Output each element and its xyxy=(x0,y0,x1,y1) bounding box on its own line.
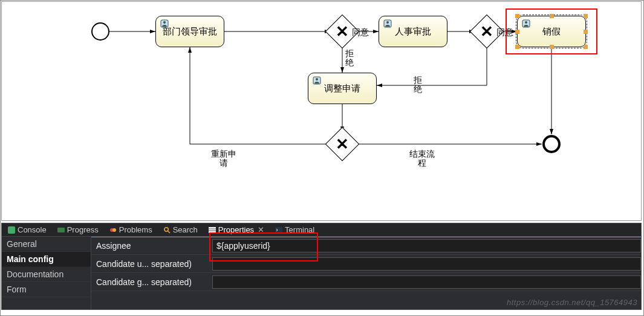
candidate-groups-label: Candidate g... separated) xyxy=(91,277,212,287)
user-task-icon xyxy=(383,19,392,28)
flow-label-resubmit: 重新申 请 xyxy=(211,150,236,168)
tab-terminal[interactable]: Terminal xyxy=(272,225,318,235)
svg-point-11 xyxy=(112,228,116,232)
flow-label-reject: 拒 绝 xyxy=(414,76,422,94)
svg-point-12 xyxy=(164,227,168,231)
svg-point-7 xyxy=(316,78,318,81)
resize-handle[interactable] xyxy=(550,14,554,18)
task-hr-approval[interactable]: 人事审批 xyxy=(379,16,447,47)
flow-label-agree: 同意 xyxy=(496,28,513,37)
sidebar-item-general[interactable]: General xyxy=(2,237,91,252)
watermark-text: https://blog.csdn.net/qq_15764943 xyxy=(507,298,637,307)
gateway-after-adjust[interactable]: ✕ xyxy=(325,127,360,162)
bpmn-canvas[interactable]: 部门领导审批 ✕ 人事审批 ✕ 销假 调整申请 ✕ 同意 xyxy=(1,1,642,221)
svg-point-1 xyxy=(163,21,166,24)
tab-console[interactable]: Console xyxy=(4,225,50,235)
sidebar-item-form[interactable]: Form xyxy=(2,282,91,297)
svg-rect-17 xyxy=(275,227,282,233)
assignee-input[interactable] xyxy=(212,239,641,252)
bottom-panel: Console Progress Problems Search Propert… xyxy=(1,223,642,310)
properties-icon xyxy=(209,226,216,234)
user-task-icon xyxy=(522,19,530,28)
svg-point-3 xyxy=(386,21,389,24)
task-label: 人事审批 xyxy=(395,26,431,38)
task-cancel-leave[interactable]: 销假 xyxy=(517,16,586,47)
resize-handle[interactable] xyxy=(515,30,519,34)
terminal-icon xyxy=(275,226,282,234)
flow-label-agree: 同意 xyxy=(352,28,369,37)
resize-handle[interactable] xyxy=(584,30,588,34)
progress-icon xyxy=(57,226,65,234)
task-dept-leader-approval[interactable]: 部门领导审批 xyxy=(155,16,224,47)
candidate-groups-input[interactable] xyxy=(212,275,641,289)
resize-handle[interactable] xyxy=(515,14,519,18)
svg-rect-8 xyxy=(8,226,15,234)
end-event[interactable] xyxy=(542,135,561,153)
sidebar-item-documentation[interactable]: Documentation xyxy=(2,267,91,282)
flow-label-end-flow: 结束流 程 xyxy=(409,150,435,168)
task-label: 销假 xyxy=(542,26,561,38)
problems-icon xyxy=(109,226,117,234)
user-task-icon xyxy=(160,19,169,28)
tab-label: Search xyxy=(173,225,198,234)
tab-problems[interactable]: Problems xyxy=(106,225,156,235)
properties-sidebar: General Main config Documentation Form xyxy=(2,237,91,309)
svg-point-5 xyxy=(525,21,527,24)
search-icon xyxy=(163,226,171,234)
task-adjust-application[interactable]: 调整申请 xyxy=(308,73,377,104)
svg-line-13 xyxy=(168,231,170,233)
tab-properties[interactable]: Properties ✕ xyxy=(205,225,268,235)
resize-handle[interactable] xyxy=(584,45,588,49)
candidate-users-label: Candidate u... separated) xyxy=(91,259,212,269)
tab-label: Problems xyxy=(119,225,152,234)
user-task-icon xyxy=(313,76,321,85)
start-event[interactable] xyxy=(91,22,109,41)
resize-handle[interactable] xyxy=(550,45,554,49)
resize-handle[interactable] xyxy=(584,14,588,18)
svg-rect-14 xyxy=(209,227,216,233)
tab-label: Terminal xyxy=(285,225,314,234)
sidebar-item-main-config[interactable]: Main config xyxy=(2,252,91,267)
console-icon xyxy=(8,226,15,234)
tab-label: Console xyxy=(18,225,47,234)
flow-label-reject: 拒 绝 xyxy=(345,49,354,68)
svg-rect-9 xyxy=(57,228,65,232)
candidate-users-input[interactable] xyxy=(212,257,641,271)
assignee-label: Assignee xyxy=(91,241,212,251)
tab-progress[interactable]: Progress xyxy=(54,225,102,235)
resize-handle[interactable] xyxy=(515,45,519,49)
tab-label: Properties xyxy=(218,225,254,234)
close-icon[interactable]: ✕ xyxy=(258,225,264,234)
tab-label: Progress xyxy=(67,225,99,234)
task-label: 部门领导审批 xyxy=(163,26,217,38)
panel-tabbar: Console Progress Problems Search Propert… xyxy=(2,223,641,237)
task-label: 调整申请 xyxy=(324,83,360,94)
tab-search[interactable]: Search xyxy=(160,225,201,235)
